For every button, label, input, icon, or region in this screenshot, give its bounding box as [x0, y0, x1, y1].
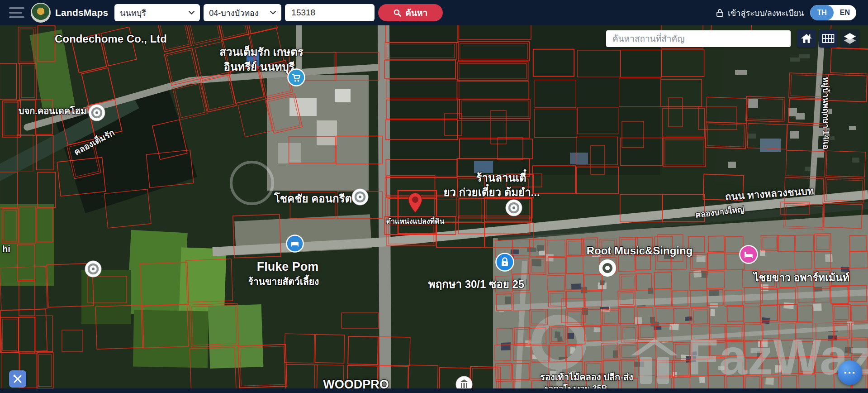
landsmaps-app: LandsMaps นนทบุรี 04-บางบัวทอง ค้นหา	[0, 0, 868, 393]
map-marker-poi-supermarket[interactable]	[287, 68, 305, 88]
language-th-button[interactable]: TH	[810, 5, 833, 20]
top-bar: LandsMaps นนทบุรี 04-บางบัวทอง ค้นหา	[0, 0, 868, 25]
home-icon	[801, 33, 812, 44]
map-label: บจก.คอนเดคโฮม	[19, 104, 86, 118]
map-marker-poi-pet-shop[interactable]	[286, 235, 304, 254]
map-marker-poi-secured-place[interactable]	[495, 253, 514, 273]
province-select[interactable]: นนทบุรี	[114, 4, 200, 21]
measure-tools-button[interactable]	[9, 370, 26, 388]
layers-button[interactable]	[840, 29, 859, 48]
district-select[interactable]: 04-บางบัวทอง	[204, 4, 281, 21]
lock-icon	[716, 9, 724, 17]
map-label: ราคาโรงงาน 35B	[544, 382, 607, 389]
map-label: Root Music&Singing	[587, 244, 693, 257]
map-label: Condechome Co., Ltd	[55, 33, 167, 45]
map-marker-poi-bottom-place[interactable]	[455, 376, 473, 388]
search-button-label: ค้นหา	[405, 6, 427, 19]
chevron-down-icon	[189, 11, 194, 14]
chevron-down-icon	[270, 11, 276, 14]
parcel-table-button[interactable]	[819, 29, 838, 48]
grid-icon	[822, 34, 835, 43]
login-register-link[interactable]: เข้าสู่ระบบ/ลงทะเบียน	[716, 6, 804, 19]
map-marker-poi-left-place[interactable]	[85, 260, 102, 279]
poi-search-input[interactable]	[606, 30, 791, 47]
map-label: โชคชัย คอนกรีต	[274, 190, 352, 207]
close-search-icon[interactable]	[780, 33, 792, 45]
district-select-value: 04-บางบัวทอง	[209, 6, 258, 19]
map-marker-poi-noodle-shop[interactable]	[505, 199, 522, 218]
map-label: Fluke Pom	[257, 260, 319, 274]
ellipsis-icon: ...	[844, 367, 856, 372]
map-label: ยว ก่วยเตี๋ยว ต้มยำ...	[443, 183, 540, 201]
map-label: หมู่บ้านพฤกษา 14/เอ	[820, 77, 833, 149]
language-toggle: TH EN	[810, 5, 856, 20]
app-logo	[31, 3, 51, 23]
map-marker-poi-condechome[interactable]	[88, 104, 105, 123]
layers-icon	[843, 32, 857, 45]
map-label: ไชยขาว อพาร์ทเม้นท์	[754, 269, 849, 286]
search-button[interactable]: ค้นหา	[378, 4, 443, 21]
login-register-label: เข้าสู่ระบบ/ลงทะเบียน	[728, 6, 804, 19]
map-label: hi	[2, 244, 10, 254]
home-map-button[interactable]	[797, 29, 816, 48]
map-label: WOODPRO	[323, 378, 389, 389]
parcel-number-input[interactable]	[285, 4, 375, 21]
map-label: ตำแหน่งแปลงที่ดิน	[386, 216, 445, 227]
more-options-button[interactable]: ...	[838, 360, 862, 385]
bottom-bar	[0, 388, 868, 393]
map-label: พฤกษา 30/1 ซอย 25	[428, 275, 524, 293]
language-en-button[interactable]: EN	[834, 5, 856, 20]
map-marker-poi-apartment[interactable]	[739, 245, 758, 266]
search-icon	[394, 9, 401, 17]
satellite-map-canvas[interactable]: Condechome Co., Ltdสวนเต็มรัก เกษตรอินทร…	[0, 25, 868, 388]
province-select-value: นนทบุรี	[120, 6, 146, 19]
map-marker-poi-music-school[interactable]	[598, 259, 617, 279]
map-label: ร้านขายสัตว์เลี้ยง	[248, 274, 319, 289]
tools-icon	[13, 374, 23, 384]
app-title: LandsMaps	[55, 7, 108, 18]
map-label: อินทรีย์ นนทบุรี	[223, 58, 294, 76]
map-marker-poi-concrete[interactable]	[351, 188, 369, 207]
map-marker-parcel-pin[interactable]	[407, 192, 423, 216]
menu-button[interactable]	[9, 7, 24, 18]
